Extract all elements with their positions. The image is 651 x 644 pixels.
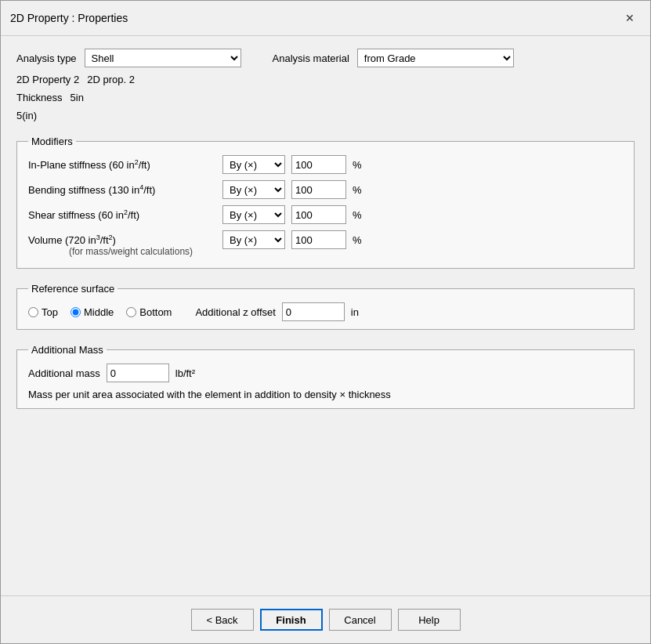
radio-group: Top Middle Bottom [28,306,172,318]
additional-mass-legend: Additional Mass [28,344,107,356]
cancel-button[interactable]: Cancel [329,609,392,631]
volume-select[interactable]: By (×) Set to [222,230,285,249]
radio-top-input[interactable] [28,307,38,317]
dialog-content: Analysis type Shell Plane Stress Plane S… [1,36,650,595]
shear-input[interactable] [291,205,346,224]
mass-row: Additional mass lb/ft² [28,364,623,382]
reference-surface-row: Top Middle Bottom Additional z offset in [28,302,623,321]
thickness-row: Thickness 5in [16,92,635,103]
analysis-row: Analysis type Shell Plane Stress Plane S… [16,49,635,67]
volume-unit: % [353,234,362,246]
analysis-material-select[interactable]: from Grade Custom [357,49,514,67]
radio-middle-label: Middle [84,306,114,318]
radio-top[interactable]: Top [28,306,58,318]
analysis-type-label: Analysis type [16,52,77,64]
offset-group: Additional z offset in [195,302,359,321]
analysis-type-select[interactable]: Shell Plane Stress Plane Strain Axi-symm… [85,49,241,67]
bending-select[interactable]: By (×) Set to [222,180,285,199]
offset-label: Additional z offset [195,306,275,318]
thickness-label: Thickness [16,92,63,103]
radio-bottom-label: Bottom [139,306,172,318]
modifier-row-bending: Bending stiffness (130 in4/ft) By (×) Se… [28,180,623,199]
shear-select[interactable]: By (×) Set to [222,205,285,224]
modifiers-section: Modifiers In-Plane stiffness (60 in2/ft)… [16,136,635,269]
inplane-label: In-Plane stiffness (60 in2/ft) [28,158,216,171]
close-button[interactable]: ✕ [619,7,641,29]
mass-unit: lb/ft² [175,367,195,379]
inplane-input[interactable] [291,155,346,174]
radio-bottom-input[interactable] [126,307,136,317]
modifiers-legend: Modifiers [28,136,76,147]
thickness-value: 5in [71,92,84,103]
unit-display: 5(in) [16,110,37,121]
bending-input[interactable] [291,180,346,199]
unit-display-row: 5(in) [16,110,635,121]
radio-middle[interactable]: Middle [71,306,114,318]
finish-button[interactable]: Finish [260,609,323,631]
help-button[interactable]: Help [398,609,461,631]
back-button[interactable]: < Back [191,609,254,631]
dialog: 2D Property : Properties ✕ Analysis type… [0,0,651,644]
reference-surface-legend: Reference surface [28,283,118,295]
mass-description: Mass per unit area associated with the e… [28,389,623,400]
modifier-row-volume-container: Volume (720 in3/ft2) By (×) Set to % (fo… [28,230,623,257]
analysis-material-label: Analysis material [273,52,349,64]
mass-input[interactable] [107,364,169,382]
additional-mass-section: Additional Mass Additional mass lb/ft² M… [16,344,635,409]
property-name-value: 2D prop. 2 [87,74,135,85]
mass-label: Additional mass [28,367,100,379]
inplane-select[interactable]: By (×) Set to [222,155,285,174]
volume-input[interactable] [291,230,346,249]
radio-top-label: Top [42,306,58,318]
modifier-row-inplane: In-Plane stiffness (60 in2/ft) By (×) Se… [28,155,623,174]
volume-label: Volume (720 in3/ft2) [28,233,216,246]
shear-unit: % [353,209,362,221]
dialog-title: 2D Property : Properties [10,12,128,24]
radio-bottom[interactable]: Bottom [126,306,172,318]
modifier-row-shear: Shear stiffness (60 in2/ft) By (×) Set t… [28,205,623,224]
shear-label: Shear stiffness (60 in2/ft) [28,208,216,221]
radio-middle-input[interactable] [71,307,81,317]
offset-unit: in [351,306,359,318]
property-name-label: 2D Property 2 [16,74,79,85]
bending-label: Bending stiffness (130 in4/ft) [28,183,216,196]
footer: < Back Finish Cancel Help [1,595,650,643]
property-name-row: 2D Property 2 2D prop. 2 [16,74,635,85]
inplane-unit: % [353,159,362,171]
reference-surface-section: Reference surface Top Middle Bottom [16,283,635,330]
title-bar: 2D Property : Properties ✕ [1,1,650,36]
bending-unit: % [353,184,362,196]
offset-input[interactable] [282,302,345,321]
